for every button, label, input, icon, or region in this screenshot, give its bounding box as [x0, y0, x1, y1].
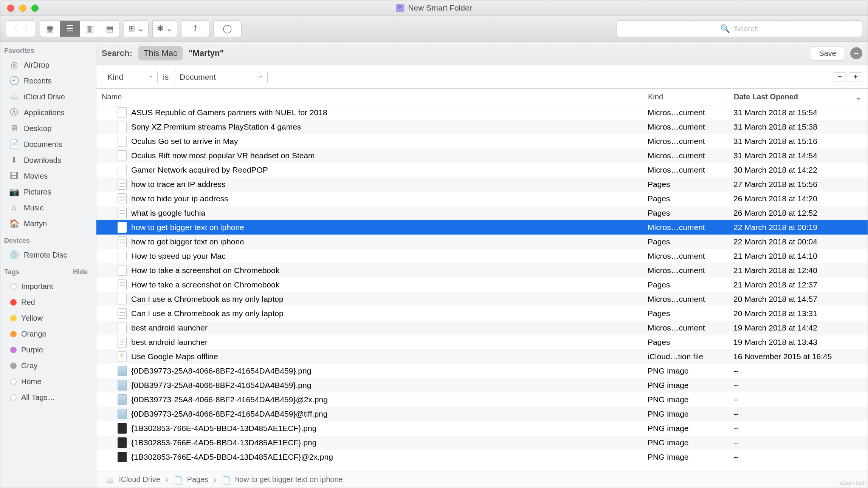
criteria-add-button[interactable]: +	[849, 72, 862, 82]
close-button[interactable]	[7, 5, 14, 12]
file-row[interactable]: How to take a screenshot on ChromebookPa…	[96, 278, 868, 292]
file-date: 21 March 2018 at 12:40	[727, 266, 868, 275]
gallery-view-button[interactable]: ▤	[100, 20, 120, 37]
file-row[interactable]: how to hide your ip addressPages26 March…	[96, 191, 868, 206]
sidebar-item-documents[interactable]: 📄Documents	[0, 136, 96, 152]
file-row[interactable]: how to get bigger text on iphonePages22 …	[96, 235, 868, 249]
file-row[interactable]: {0DB39773-25A8-4066-8BF2-41654DA4B459}.p…	[96, 378, 868, 392]
tag-item-orange[interactable]: Orange	[0, 326, 96, 342]
devices-header: Devices	[0, 235, 96, 247]
airdrop-icon: ◎	[9, 60, 19, 70]
tag-item-red[interactable]: Red	[0, 294, 96, 310]
header-date[interactable]: Date Last Opened⌄	[727, 93, 868, 102]
file-row[interactable]: Can I use a Chromebook as my only laptop…	[96, 306, 868, 321]
sidebar-item-downloads[interactable]: ⬇Downloads	[0, 152, 96, 168]
sidebar-item-pictures[interactable]: 📷Pictures	[0, 184, 96, 200]
file-row[interactable]: {1B302853-766E-4AD5-BBD4-13D485AE1ECF}.p…	[96, 421, 868, 435]
header-kind[interactable]: Kind	[641, 93, 727, 101]
sidebar-item-recents[interactable]: 🕘Recents	[0, 73, 96, 89]
sidebar-item-desktop[interactable]: 🖥Desktop	[0, 120, 96, 136]
titlebar[interactable]: New Smart Folder	[0, 0, 868, 16]
file-row[interactable]: Oculus Go set to arrive in MayMicros…cum…	[96, 134, 868, 148]
file-row[interactable]: Oculus Rift now most popular VR headset …	[96, 148, 868, 163]
file-date: --	[727, 438, 868, 447]
tags-button[interactable]: ◯	[213, 20, 242, 37]
remove-search-button[interactable]: –	[850, 47, 862, 59]
file-row[interactable]: {0DB39773-25A8-4066-8BF2-41654DA4B459}@2…	[96, 392, 868, 407]
icon-view-button[interactable]: ▦	[40, 20, 60, 37]
file-row[interactable]: Use Google Maps offlineiCloud…tion file1…	[96, 349, 868, 364]
file-row[interactable]: {0DB39773-25A8-4066-8BF2-41654DA4B459}.p…	[96, 364, 868, 378]
column-view-button[interactable]: ▥	[80, 20, 100, 37]
file-row[interactable]: ASUS Republic of Gamers partners with NU…	[96, 105, 868, 120]
file-icon	[118, 409, 127, 419]
back-button[interactable]: 〈	[6, 20, 21, 37]
file-date: 21 March 2018 at 12:37	[727, 280, 868, 289]
file-row[interactable]: How to take a screenshot on ChromebookMi…	[96, 263, 868, 278]
file-row[interactable]: best android launcherPages19 March 2018 …	[96, 335, 868, 349]
path-segment[interactable]: Pages	[187, 475, 209, 484]
tag-label: Red	[21, 298, 35, 307]
desktop-icon: 🖥	[9, 124, 19, 133]
file-row[interactable]: how to get bigger text on iphoneMicros…c…	[96, 220, 868, 235]
tag-item-important[interactable]: Important	[0, 278, 96, 294]
file-row[interactable]: {1B302853-766E-4AD5-BBD4-13D485AE1ECF}.p…	[96, 435, 868, 450]
file-kind: PNG image	[641, 381, 727, 390]
hide-tags-button[interactable]: Hide	[73, 268, 92, 276]
list-view-button[interactable]: ☰	[60, 20, 80, 37]
sidebar-item-airdrop[interactable]: ◎AirDrop	[0, 57, 96, 73]
sidebar-item-label: Documents	[24, 140, 62, 149]
nav-buttons: 〈 〉	[6, 20, 36, 37]
file-row[interactable]: How to speed up your MacMicros…cument21 …	[96, 249, 868, 263]
file-kind: Micros…cument	[641, 323, 727, 332]
file-row[interactable]: Gamer Network acquired by ReedPOPMicros……	[96, 163, 868, 177]
path-segment[interactable]: iCloud Drive	[119, 475, 160, 484]
file-row[interactable]: Can I use a Chromebook as my only laptop…	[96, 292, 868, 306]
file-icon	[118, 437, 127, 448]
file-row[interactable]: best android launcherMicros…cument19 Mar…	[96, 321, 868, 335]
file-name: best android launcher	[131, 338, 208, 347]
save-button[interactable]: Save	[811, 46, 844, 61]
share-button[interactable]: ⤴	[181, 20, 209, 37]
action-button[interactable]: ✱ ⌄	[152, 20, 177, 37]
criteria-attribute-select[interactable]: Kind	[102, 70, 158, 84]
file-name: ASUS Republic of Gamers partners with NU…	[131, 108, 327, 117]
criteria-value-select[interactable]: Document	[174, 70, 268, 84]
header-name[interactable]: Name	[96, 93, 641, 101]
path-bar[interactable]: ☁️iCloud Drive›📄Pages›📄how to get bigger…	[96, 471, 868, 488]
sidebar-item-movies[interactable]: 🎞Movies	[0, 168, 96, 184]
criteria-remove-button[interactable]: −	[833, 72, 846, 82]
search-field[interactable]: 🔍 Search	[617, 20, 862, 37]
share-group: ⤴	[181, 20, 209, 37]
file-row[interactable]: {1B302853-766E-4AD5-BBD4-13D485AE1ECF}@2…	[96, 450, 868, 464]
scope-martyn[interactable]: "Martyn"	[189, 48, 224, 58]
sidebar-item-music[interactable]: ♫Music	[0, 200, 96, 216]
file-row[interactable]: Sony XZ Premium streams PlayStation 4 ga…	[96, 120, 868, 134]
sidebar-item-label: Music	[24, 204, 43, 212]
file-row[interactable]: what is google fuchiaPages26 March 2018 …	[96, 206, 868, 220]
sidebar-item-remote-disc[interactable]: 💿Remote Disc	[0, 247, 96, 263]
file-date: --	[727, 381, 868, 390]
tag-item-home[interactable]: Home	[0, 374, 96, 389]
sidebar-item-martyn[interactable]: 🏠Martyn	[0, 216, 96, 232]
criteria-is: is	[163, 73, 169, 82]
minimize-button[interactable]	[19, 5, 26, 12]
scope-this-mac[interactable]: This Mac	[138, 46, 183, 60]
tag-item-yellow[interactable]: Yellow	[0, 310, 96, 326]
sidebar-item-applications[interactable]: ⒶApplications	[0, 105, 96, 120]
file-icon	[118, 423, 127, 434]
arrange-button[interactable]: ⊞ ⌄	[124, 20, 149, 37]
file-row[interactable]: {0DB39773-25A8-4066-8BF2-41654DA4B459}@t…	[96, 407, 868, 421]
file-row[interactable]: how to trace an IP addressPages27 March …	[96, 177, 868, 191]
path-segment[interactable]: how to get bigger text on iphone	[235, 475, 343, 484]
tag-item-all-tags-[interactable]: All Tags…	[0, 389, 96, 405]
file-icon	[118, 122, 127, 132]
file-icon	[118, 222, 127, 233]
forward-button[interactable]: 〉	[21, 20, 36, 37]
tag-item-purple[interactable]: Purple	[0, 342, 96, 358]
sidebar-item-icloud-drive[interactable]: ☁️iCloud Drive	[0, 89, 96, 105]
file-date: 31 March 2018 at 14:54	[727, 151, 868, 160]
tag-item-gray[interactable]: Gray	[0, 358, 96, 374]
zoom-button[interactable]	[31, 5, 39, 12]
file-list[interactable]: ASUS Republic of Gamers partners with NU…	[96, 105, 868, 471]
